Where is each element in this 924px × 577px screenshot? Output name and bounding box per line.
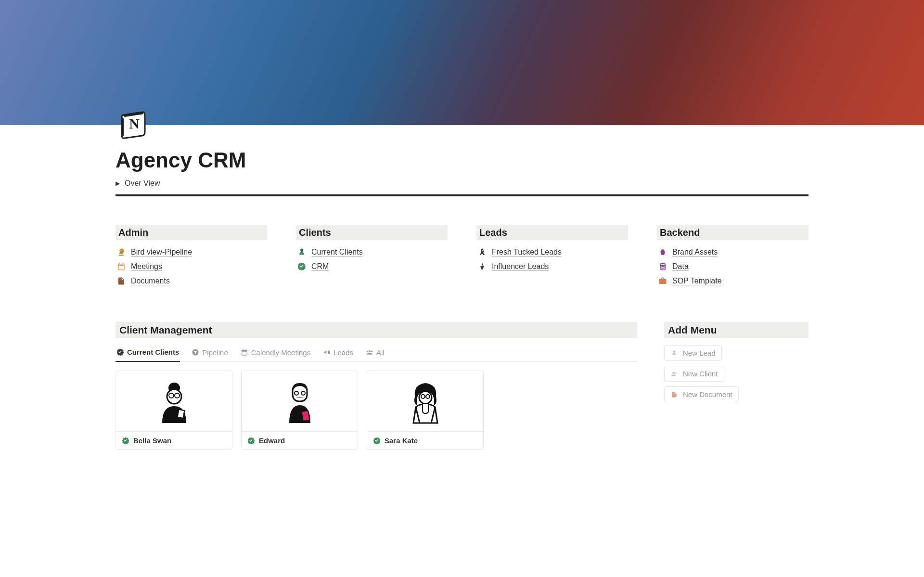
tab-label: Pipeline: [202, 348, 228, 357]
link-current-clients[interactable]: Current Clients: [296, 245, 448, 259]
calendar-sm-icon: [241, 348, 248, 356]
link-documents[interactable]: Documents: [116, 274, 267, 288]
link-label: Bird view-Pipeline: [131, 248, 192, 256]
col-header-admin: Admin: [116, 225, 267, 240]
svg-rect-9: [301, 410, 309, 421]
add-menu-header: Add Menu: [664, 322, 808, 338]
link-data[interactable]: Data: [657, 259, 808, 274]
apple-icon: [658, 247, 667, 257]
verified-icon: [122, 437, 129, 445]
link-label: Meetings: [131, 262, 162, 271]
client-cards: Bella Swan: [116, 371, 637, 450]
btn-label: New Lead: [683, 349, 716, 357]
tab-label: Current Clients: [127, 348, 179, 356]
btn-label: New Client: [683, 370, 718, 378]
link-brand-assets[interactable]: Brand Assets: [657, 245, 808, 259]
col-header-clients: Clients: [296, 225, 448, 240]
client-name: Edward: [259, 436, 285, 445]
link-sop-template[interactable]: SOP Template: [657, 274, 808, 288]
client-card-sara[interactable]: Sara Kate: [367, 371, 484, 450]
user-plus-icon: [670, 370, 678, 378]
tab-label: Calendly Meetings: [251, 348, 310, 357]
overview-toggle[interactable]: ▶ Over View: [116, 179, 808, 188]
link-crm[interactable]: CRM: [296, 259, 448, 274]
svg-rect-6: [177, 410, 184, 418]
client-management-header: Client Management: [116, 322, 637, 338]
tab-pipeline[interactable]: Pipeline: [191, 345, 229, 361]
svg-text:N: N: [129, 115, 140, 131]
link-meetings[interactable]: Meetings: [116, 259, 267, 274]
client-avatar: [116, 371, 232, 432]
file-icon: [116, 276, 126, 286]
fleur-icon: [477, 262, 487, 271]
megaphone-icon: [323, 348, 331, 356]
btn-new-document[interactable]: New Document: [664, 386, 739, 402]
filter-icon: [192, 348, 199, 356]
link-bird-view-pipeline[interactable]: Bird view-Pipeline: [116, 245, 267, 259]
tab-leads[interactable]: Leads: [322, 345, 354, 361]
link-fresh-tucked-leads[interactable]: Fresh Tucked Leads: [476, 245, 628, 259]
tab-current-clients[interactable]: Current Clients: [116, 345, 180, 362]
nav-columns: Admin Bird view-Pipeline Meetings Docume…: [116, 225, 808, 288]
link-label: Documents: [131, 277, 170, 285]
add-menu-section: Add Menu New Lead New Client: [664, 322, 808, 402]
database-icon: [658, 262, 667, 271]
overview-toggle-label: Over View: [125, 179, 160, 188]
client-card-edward[interactable]: Edward: [241, 371, 358, 450]
col-header-backend: Backend: [657, 225, 808, 240]
client-card-bella[interactable]: Bella Swan: [116, 371, 232, 450]
link-label: CRM: [311, 262, 329, 271]
pawn-grey-icon: [670, 349, 678, 357]
link-label: Current Clients: [311, 248, 363, 256]
client-management-section: Client Management Current Clients Pipeli…: [116, 322, 637, 450]
link-label: Brand Assets: [672, 248, 718, 256]
client-avatar: [367, 371, 483, 432]
page-icon[interactable]: N: [116, 105, 153, 142]
client-management-tabs: Current Clients Pipeline Calendly Meetin…: [116, 345, 637, 362]
tab-all[interactable]: All: [365, 345, 385, 361]
link-label: Influencer Leads: [492, 262, 549, 271]
calendar-icon: [116, 262, 126, 271]
briefcase-icon: [658, 276, 667, 286]
verified-icon: [116, 348, 124, 356]
tab-label: All: [376, 348, 385, 357]
client-name: Bella Swan: [133, 436, 171, 445]
link-influencer-leads[interactable]: Influencer Leads: [476, 259, 628, 274]
tab-calendly-meetings[interactable]: Calendly Meetings: [240, 345, 311, 361]
link-label: Fresh Tucked Leads: [492, 248, 562, 256]
pawn-icon: [297, 247, 307, 257]
link-label: SOP Template: [672, 277, 722, 285]
verified-icon: [297, 262, 307, 271]
toggle-triangle-icon: ▶: [116, 180, 120, 187]
divider: [116, 194, 808, 196]
page-title: Agency CRM: [116, 148, 808, 172]
col-leads: Leads Fresh Tucked Leads Influencer Lead…: [476, 225, 628, 288]
notion-logo-icon: N: [117, 106, 152, 141]
chess-knight-icon: [116, 247, 126, 257]
col-backend: Backend Brand Assets Data SOP Template: [657, 225, 808, 288]
col-clients: Clients Current Clients CRM: [296, 225, 448, 288]
client-avatar: [242, 371, 358, 432]
client-name: Sara Kate: [385, 436, 418, 445]
rocket-icon: [477, 247, 487, 257]
users-icon: [366, 348, 373, 356]
verified-icon: [373, 437, 381, 445]
btn-new-lead[interactable]: New Lead: [664, 345, 722, 361]
btn-new-client[interactable]: New Client: [664, 366, 724, 382]
col-admin: Admin Bird view-Pipeline Meetings Docume…: [116, 225, 267, 288]
link-label: Data: [672, 262, 689, 271]
file-grey-icon: [670, 391, 678, 398]
tab-label: Leads: [334, 348, 353, 357]
verified-icon: [247, 437, 255, 445]
col-header-leads: Leads: [476, 225, 628, 240]
btn-label: New Document: [683, 390, 732, 398]
